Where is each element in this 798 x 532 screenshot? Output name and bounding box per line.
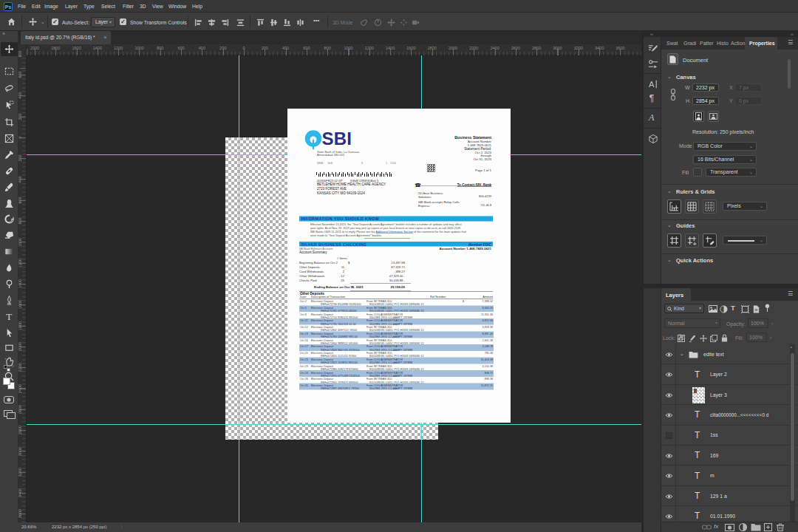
svg-text:¶: ¶ — [649, 93, 655, 103]
svg-text:A: A — [649, 80, 655, 89]
svg-text:T: T — [6, 311, 12, 322]
svg-text:A: A — [648, 112, 655, 123]
